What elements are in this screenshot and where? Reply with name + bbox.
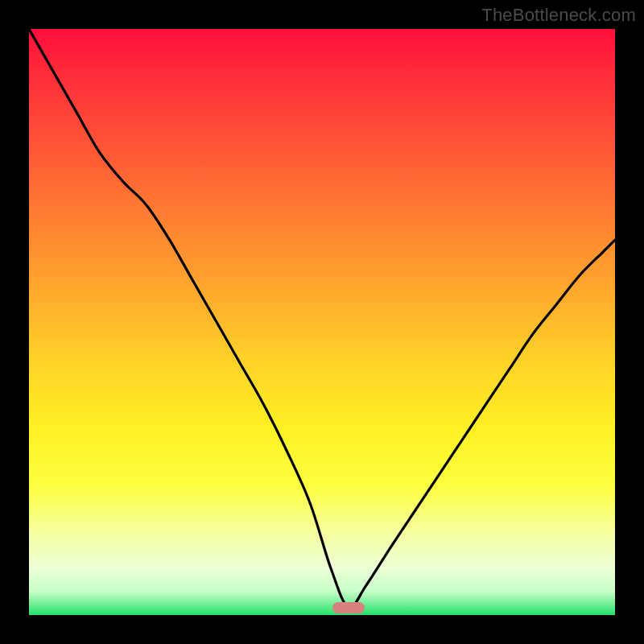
watermark-text: TheBottleneck.com: [481, 5, 636, 26]
chart-frame: TheBottleneck.com: [0, 0, 644, 644]
plot-area: [29, 29, 615, 615]
minimum-marker: [332, 602, 365, 613]
heat-gradient-background: [29, 29, 615, 615]
